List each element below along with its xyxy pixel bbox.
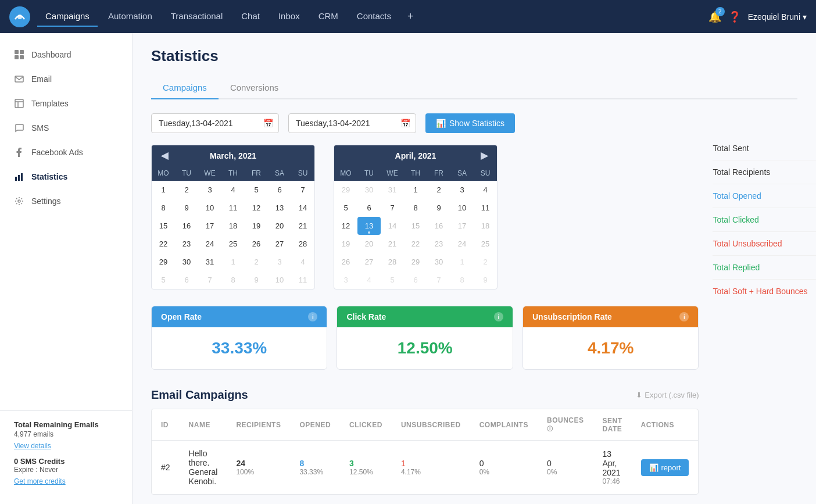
cal-day[interactable]: 23 xyxy=(427,235,450,253)
cal-day[interactable]: 30 xyxy=(175,253,198,271)
cal-day[interactable]: 16 xyxy=(175,217,198,235)
cal-day[interactable]: 14 xyxy=(381,217,404,235)
sidebar-item-dashboard[interactable]: Dashboard xyxy=(0,42,132,67)
cal-day[interactable]: 31 xyxy=(381,181,404,199)
cal-day[interactable]: 4 xyxy=(221,181,245,199)
cal-day[interactable]: 27 xyxy=(357,253,381,271)
cal-day[interactable]: 8 xyxy=(221,271,245,289)
cal-day[interactable]: 29 xyxy=(404,253,427,271)
cal-day[interactable]: 11 xyxy=(291,271,314,289)
cal-day[interactable]: 17 xyxy=(198,217,221,235)
cal-day[interactable]: 10 xyxy=(198,199,221,217)
cal-day[interactable]: 2 xyxy=(427,181,450,199)
cal-day[interactable]: 11 xyxy=(221,199,245,217)
cal-day[interactable]: 16 xyxy=(427,217,450,235)
cal-day[interactable]: 25 xyxy=(221,235,245,253)
cal-day[interactable]: 1 xyxy=(152,181,175,199)
cal-day[interactable]: 24 xyxy=(450,235,474,253)
sidebar-item-sms[interactable]: SMS xyxy=(0,116,132,140)
tab-campaigns[interactable]: Campaigns xyxy=(151,77,219,99)
cal-day[interactable]: 6 xyxy=(357,199,381,217)
cal-day[interactable]: 17 xyxy=(450,217,474,235)
cal-day[interactable]: 10 xyxy=(450,199,474,217)
end-date-input[interactable] xyxy=(288,113,416,133)
cal-day[interactable]: 15 xyxy=(152,217,175,235)
cal-day[interactable]: 21 xyxy=(381,235,404,253)
cal-day[interactable]: 3 xyxy=(268,253,291,271)
cal-day[interactable]: 5 xyxy=(245,181,268,199)
cal-day[interactable]: 3 xyxy=(450,181,474,199)
cal-day[interactable]: 18 xyxy=(474,217,497,235)
tab-conversions[interactable]: Conversions xyxy=(219,77,290,99)
sidebar-item-facebook[interactable]: Facebook Ads xyxy=(0,140,132,165)
topnav-contacts[interactable]: Contacts xyxy=(349,6,399,27)
start-date-input[interactable] xyxy=(151,113,279,133)
cal-day[interactable]: 7 xyxy=(291,181,314,199)
notifications-bell[interactable]: 🔔 2 xyxy=(708,10,721,23)
cal-day[interactable]: 7 xyxy=(381,199,404,217)
cal-day[interactable]: 7 xyxy=(198,271,221,289)
cal-day[interactable]: 1 xyxy=(404,181,427,199)
cal-day[interactable]: 12 xyxy=(334,217,357,235)
cal-day[interactable]: 29 xyxy=(334,181,357,199)
open-rate-info-icon[interactable]: i xyxy=(308,312,317,321)
topnav-chat[interactable]: Chat xyxy=(233,6,268,27)
cal-day[interactable]: 31 xyxy=(198,253,221,271)
cal-day[interactable]: 19 xyxy=(245,217,268,235)
cal-day[interactable]: 22 xyxy=(404,235,427,253)
cal-day[interactable]: 9 xyxy=(474,271,497,289)
click-rate-info-icon[interactable]: i xyxy=(494,312,503,321)
cal-day[interactable]: 3 xyxy=(198,181,221,199)
start-date-calendar-icon[interactable]: 📅 xyxy=(263,119,273,128)
cal-day[interactable]: 6 xyxy=(175,271,198,289)
cal-day[interactable]: 4 xyxy=(291,253,314,271)
cal-day[interactable]: 26 xyxy=(245,235,268,253)
export-csv-link[interactable]: ⬇ Export (.csv file) xyxy=(636,391,699,399)
cal-day[interactable]: 18 xyxy=(221,217,245,235)
cal-day[interactable]: 25 xyxy=(474,235,497,253)
cal-day[interactable]: 7 xyxy=(427,271,450,289)
logo[interactable] xyxy=(9,6,30,27)
cal-day[interactable]: 4 xyxy=(357,271,381,289)
cal-day[interactable]: 6 xyxy=(404,271,427,289)
user-menu[interactable]: Ezequiel Bruni ▾ xyxy=(748,12,807,22)
topnav-crm[interactable]: CRM xyxy=(310,6,346,27)
sidebar-item-settings[interactable]: Settings xyxy=(0,189,132,213)
sidebar-item-email[interactable]: Email xyxy=(0,67,132,91)
cal-day[interactable]: 10 xyxy=(268,271,291,289)
cal-day[interactable]: 1 xyxy=(221,253,245,271)
cal-day[interactable]: 2 xyxy=(245,253,268,271)
view-details-link[interactable]: View details xyxy=(14,442,51,450)
topnav-campaigns[interactable]: Campaigns xyxy=(37,6,98,27)
end-date-calendar-icon[interactable]: 📅 xyxy=(400,119,410,128)
cal-day[interactable]: 19 xyxy=(334,235,357,253)
cal-day[interactable]: 4 xyxy=(474,181,497,199)
cal-day[interactable]: 14 xyxy=(291,199,314,217)
cal-day[interactable]: 22 xyxy=(152,235,175,253)
cal-day[interactable]: 5 xyxy=(381,271,404,289)
cal-day[interactable]: 5 xyxy=(152,271,175,289)
cal-day[interactable]: 2 xyxy=(474,253,497,271)
cal-day[interactable]: 30 xyxy=(357,181,381,199)
cal-day[interactable]: 28 xyxy=(381,253,404,271)
get-credits-link[interactable]: Get more credits xyxy=(14,477,66,485)
cal-day[interactable]: 8 xyxy=(404,199,427,217)
cal-day[interactable]: 5 xyxy=(334,199,357,217)
cal-day[interactable]: 15 xyxy=(404,217,427,235)
cal-day[interactable]: 20 xyxy=(357,235,381,253)
cal-day[interactable]: 9 xyxy=(245,271,268,289)
cal-day[interactable]: 8 xyxy=(450,271,474,289)
cal-day[interactable]: 27 xyxy=(268,235,291,253)
cal-day[interactable]: 9 xyxy=(427,199,450,217)
show-statistics-button[interactable]: 📊 Show Statistics xyxy=(425,113,515,133)
topnav-add[interactable]: + xyxy=(402,6,420,27)
cal-day[interactable]: 26 xyxy=(334,253,357,271)
cal-day[interactable]: 1 xyxy=(450,253,474,271)
cal-day[interactable]: 11 xyxy=(474,199,497,217)
cal-day[interactable]: 23 xyxy=(175,235,198,253)
cal-next-icon[interactable]: ▶ xyxy=(478,150,490,161)
cal-day[interactable]: 29 xyxy=(152,253,175,271)
cal-prev-icon[interactable]: ◀ xyxy=(159,150,170,161)
cal-day[interactable]: 12 xyxy=(245,199,268,217)
cal-day[interactable]: 20 xyxy=(268,217,291,235)
